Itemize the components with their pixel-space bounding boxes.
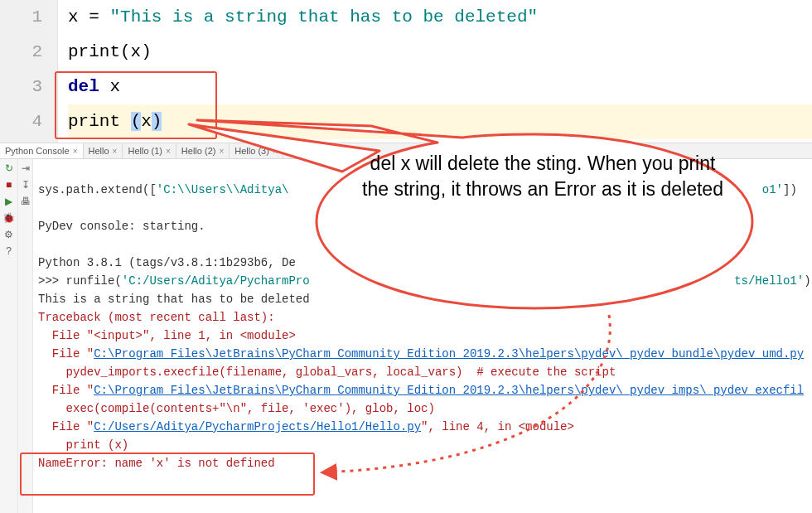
console-line: sys.path.extend(['C:\\Users\\Aditya\ o1'…: [38, 183, 797, 196]
file-link[interactable]: C:\Program Files\JetBrains\PyCharm Commu…: [94, 347, 804, 361]
console-line: >>> runfile('C:/Users/Aditya/PycharmPro …: [38, 274, 811, 288]
line-gutter: 1 2 3 4: [0, 0, 58, 143]
code-text: x =: [68, 7, 109, 27]
console-tabstrip: Python Console× Hello× Hello (1)× Hello …: [0, 143, 812, 159]
fn-name: print: [68, 112, 131, 131]
tab-hello[interactable]: Hello×: [84, 143, 123, 158]
file-link[interactable]: C:/Users/Aditya/PycharmProjects/Hello1/H…: [94, 420, 421, 433]
close-icon[interactable]: ×: [166, 147, 171, 156]
print-icon[interactable]: 🖶: [20, 196, 31, 207]
traceback-line: File "C:\Program Files\JetBrains\PyCharm…: [38, 347, 804, 361]
code-line-3[interactable]: del x: [68, 70, 812, 104]
code-line-2[interactable]: print(x): [68, 35, 812, 70]
string-literal: "This is a string that has to be deleted…: [109, 7, 538, 27]
traceback-line: File "<input>", line 1, in <module>: [38, 329, 296, 342]
tab-hello-3[interactable]: Hello (3)×: [230, 143, 283, 158]
tab-label: Python Console: [5, 146, 70, 156]
stop-icon[interactable]: ■: [3, 179, 15, 191]
tab-hello-1[interactable]: Hello (1)×: [123, 143, 176, 158]
close-icon[interactable]: ×: [113, 147, 118, 156]
code-area[interactable]: x = "This is a string that has to be del…: [58, 0, 812, 143]
paren-close: ): [152, 112, 162, 131]
console-toolbar: ↻ ■ ▶ 🐞 ⚙ ?: [0, 159, 18, 513]
keyword: del: [68, 77, 109, 96]
traceback-line: exec(compile(contents+"\n", file, 'exec'…: [38, 402, 435, 415]
close-icon[interactable]: ×: [273, 147, 278, 156]
tab-label: Hello (2): [181, 146, 216, 156]
code-line-4[interactable]: print (x): [68, 104, 812, 139]
fn-name: print: [68, 42, 120, 61]
run-icon[interactable]: ▶: [3, 196, 15, 207]
line-number: 4: [0, 104, 42, 139]
scroll-icon[interactable]: ↧: [20, 179, 31, 191]
identifier: x: [109, 77, 120, 96]
traceback-line: File "C:\Program Files\JetBrains\PyCharm…: [38, 384, 804, 397]
rerun-icon[interactable]: ↻: [3, 162, 15, 174]
file-link[interactable]: C:\Program Files\JetBrains\PyCharm Commu…: [94, 384, 804, 397]
help-icon[interactable]: ?: [3, 245, 15, 257]
tab-label: Hello (1): [128, 146, 162, 156]
identifier: x: [141, 112, 152, 131]
console-line: PyDev console: starting.: [38, 220, 205, 233]
fn-args: (x): [120, 42, 152, 61]
tab-label: Hello: [89, 146, 109, 156]
soft-wrap-icon[interactable]: ⇥: [20, 162, 31, 174]
code-line-1[interactable]: x = "This is a string that has to be del…: [68, 0, 812, 35]
console-line: This is a string that has to be deleted: [38, 293, 310, 306]
traceback-line: File "C:/Users/Aditya/PycharmProjects/He…: [38, 420, 574, 433]
tab-label: Hello (3): [234, 146, 269, 156]
traceback-header: Traceback (most recent call last):: [38, 311, 275, 324]
paren-open: (: [131, 112, 142, 131]
console-panel: ↻ ■ ▶ 🐞 ⚙ ? ⇥ ↧ 🖶 sys.path.extend(['C:\\…: [0, 159, 812, 513]
error-message: NameError: name 'x' is not defined: [38, 457, 275, 470]
line-number: 2: [0, 35, 42, 70]
console-output[interactable]: sys.path.extend(['C:\\Users\\Aditya\ o1'…: [33, 159, 812, 513]
close-icon[interactable]: ×: [219, 147, 224, 156]
tab-hello-2[interactable]: Hello (2)×: [176, 143, 230, 158]
traceback-line: print (x): [38, 438, 128, 452]
settings-icon[interactable]: ⚙: [3, 229, 15, 240]
line-number: 1: [0, 0, 42, 35]
line-number: 3: [0, 70, 42, 104]
console-line: Python 3.8.1 (tags/v3.8.1:1b293b6, De: [38, 256, 296, 269]
close-icon[interactable]: ×: [73, 147, 78, 156]
console-gutter: ⇥ ↧ 🖶: [18, 159, 33, 513]
debug-icon[interactable]: 🐞: [3, 212, 15, 224]
code-editor: 1 2 3 4 x = "This is a string that has t…: [0, 0, 812, 143]
traceback-line: pydev_imports.execfile(filename, global_…: [38, 365, 616, 379]
tab-python-console[interactable]: Python Console×: [0, 143, 84, 158]
